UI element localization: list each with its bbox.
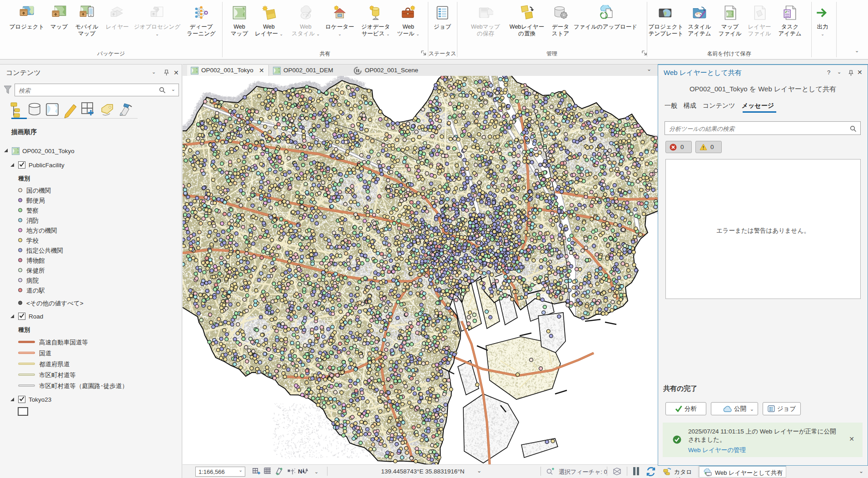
svg-text:⌄: ⌄ [314,469,318,474]
svg-text:N: N [298,468,302,475]
